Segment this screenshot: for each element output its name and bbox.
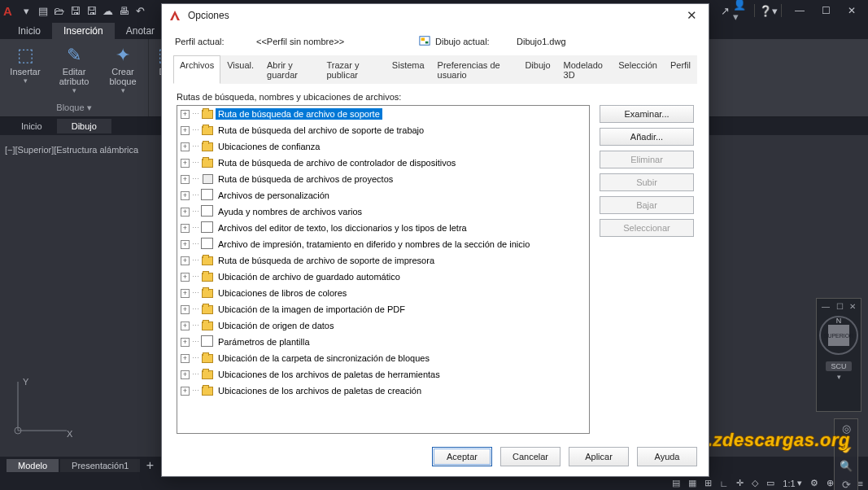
tab-visual[interactable]: Visual. [220,55,260,84]
tree-item[interactable]: +⋯Archivos del editor de texto, los dicc… [177,220,589,236]
help-button[interactable]: Ayuda [637,447,697,466]
user-icon[interactable]: 👤▾ [733,2,749,19]
browse-button[interactable]: Examinar... [600,105,694,123]
expand-icon[interactable]: + [181,208,190,217]
cancel-button[interactable]: Cancelar [500,447,560,466]
tab-abrir-guardar[interactable]: Abrir y guardar [260,55,320,84]
expand-icon[interactable]: + [181,370,190,379]
tree-item[interactable]: +⋯Ubicación de la imagen de importación … [177,301,589,317]
sb-grid-icon[interactable]: ▦ [688,478,696,488]
share-icon[interactable]: ↗ [717,2,733,19]
sb-scale[interactable]: 1:1 ▾ [783,478,801,488]
expand-icon[interactable]: + [181,126,190,135]
tab-dibujo[interactable]: Dibujo [518,55,556,84]
tree-item[interactable]: +⋯Ruta de búsqueda de archivos de proyec… [177,171,589,187]
ribbon-crear-bloque[interactable]: ✦ Crear bloque ▾ [103,42,143,101]
qat-open-icon[interactable]: 🗁 [51,2,68,19]
tree-item[interactable]: +⋯Archivo de impresión, tratamiento en d… [177,236,589,252]
help-icon[interactable]: ❔▾ [760,2,776,19]
qat-undo-icon[interactable]: ↶ [133,2,149,19]
minimize-button[interactable]: — [787,2,813,19]
close-button[interactable]: ✕ [839,2,865,19]
delete-button[interactable]: Eliminar [600,151,694,168]
sb-ortho-icon[interactable]: ∟ [720,479,729,488]
qat-cloud-icon[interactable]: ☁ [100,2,116,19]
tree-item[interactable]: +⋯Ubicaciones de los archivos de paletas… [177,383,589,399]
qat-save-icon[interactable]: 🖫 [68,2,84,19]
apply-button[interactable]: Aplicar [569,447,629,466]
move-down-button[interactable]: Bajar [600,196,694,214]
sb-dyn-icon[interactable]: ▭ [766,478,774,488]
sb-menu-icon[interactable]: ≡ [858,479,863,488]
viewcube-compass[interactable]: N SUPERIOR [819,316,858,355]
maximize-button[interactable]: ☐ [813,2,839,19]
tree-item[interactable]: +⋯Parámetros de plantilla [177,334,589,350]
select-button[interactable]: Seleccionar [600,219,694,237]
sb-snap-icon[interactable]: ⊞ [704,478,712,488]
nav-zoom-icon[interactable]: 🔍 [840,460,853,472]
tree-item[interactable]: +⋯Ubicación de origen de datos [177,317,589,334]
tab-archivos[interactable]: Archivos [173,55,220,84]
tree-item[interactable]: +⋯Ubicaciones de confianza [177,138,589,155]
expand-icon[interactable]: + [181,142,190,151]
ucs-label[interactable]: SCU [826,361,851,371]
expand-icon[interactable]: + [181,191,190,200]
expand-icon[interactable]: + [181,322,190,330]
ribbon-tab-insercion[interactable]: Inserción [52,23,115,39]
tree-item[interactable]: +⋯Ruta de búsqueda de archivo de soporte [177,106,589,122]
nav-orbit-icon[interactable]: ⟳ [842,479,851,490]
ribbon-editar-atributo[interactable]: ✎ Editar atributo ▾ [54,42,94,101]
tree-item[interactable]: +⋯Ayuda y nombres de archivos varios [177,203,589,220]
expand-icon[interactable]: + [181,175,190,184]
sb-ann-icon[interactable]: ⊕ [827,478,834,488]
tree-item[interactable]: +⋯Ruta de búsqueda de archivo de soporte… [177,252,589,269]
tree-item[interactable]: +⋯Ruta de búsqueda de archivo de control… [177,155,589,171]
add-button[interactable]: Añadir... [600,128,694,146]
sb-polar-icon[interactable]: ✛ [736,478,744,488]
ribbon-tab-inicio[interactable]: Inicio [7,23,52,39]
tab-seleccion[interactable]: Selección [612,55,664,84]
expand-icon[interactable]: + [181,305,190,314]
tree-item[interactable]: +⋯Ubicación de archivo de guardado autom… [177,269,589,285]
sb-gear-icon[interactable]: ⚙ [810,478,818,488]
expand-icon[interactable]: + [181,338,190,347]
sb-osnap-icon[interactable]: ◇ [752,478,758,488]
ribbon-group-label[interactable]: Bloque ▾ [56,101,91,116]
drawing-tab-inicio[interactable]: Inicio [7,119,57,133]
tab-perfil[interactable]: Perfil [664,55,697,84]
tab-sistema[interactable]: Sistema [386,55,431,84]
viewcube-close-icon[interactable]: ✕ [849,302,856,311]
paths-tree[interactable]: +⋯Ruta de búsqueda de archivo de soporte… [177,106,589,433]
tab-trazar-publicar[interactable]: Trazar y publicar [320,55,385,84]
sb-model-button[interactable]: ▤ [672,478,680,488]
expand-icon[interactable]: + [181,110,190,119]
tree-item[interactable]: +⋯Ruta de búsqueda del archivo de soport… [177,122,589,138]
viewcube-restore-icon[interactable]: ☐ [836,302,844,311]
expand-icon[interactable]: + [181,289,190,298]
layout-tab-modelo[interactable]: Modelo [7,459,59,472]
tree-item[interactable]: +⋯Ubicaciones de libros de colores [177,285,589,301]
move-up-button[interactable]: Subir [600,173,694,191]
qat-new-icon[interactable]: ▾ [19,2,35,19]
drawing-tab-dibujo[interactable]: Dibujo [57,119,111,133]
tab-modelado-3d[interactable]: Modelado 3D [557,55,613,84]
dialog-close-button[interactable]: ✕ [681,7,702,24]
chevron-down-icon[interactable]: ▾ [837,373,841,381]
expand-icon[interactable]: + [181,159,190,168]
expand-icon[interactable]: + [181,354,190,363]
tree-item[interactable]: +⋯Ubicación de la carpeta de sincronizac… [177,350,589,366]
dialog-titlebar[interactable]: Opciones ✕ [162,4,709,27]
qat-print-icon[interactable]: 🖶 [116,2,133,19]
tree-item[interactable]: +⋯Archivos de personalización [177,187,589,203]
view-label[interactable]: [−][Superior][Estructura alámbrica [5,145,138,155]
viewcube-minimize-icon[interactable]: — [822,302,830,311]
layout-add-button[interactable]: + [142,458,158,473]
expand-icon[interactable]: + [181,240,190,249]
expand-icon[interactable]: + [181,224,190,233]
ribbon-insertar[interactable]: ⬚ Insertar ▾ [5,42,46,101]
viewcube-face[interactable]: SUPERIOR [828,325,849,346]
tree-item[interactable]: +⋯Ubicaciones de los archivos de paletas… [177,366,589,383]
qat-new-file-icon[interactable]: ▤ [35,2,51,19]
ok-button[interactable]: Aceptar [432,447,492,466]
expand-icon[interactable]: + [181,387,190,396]
